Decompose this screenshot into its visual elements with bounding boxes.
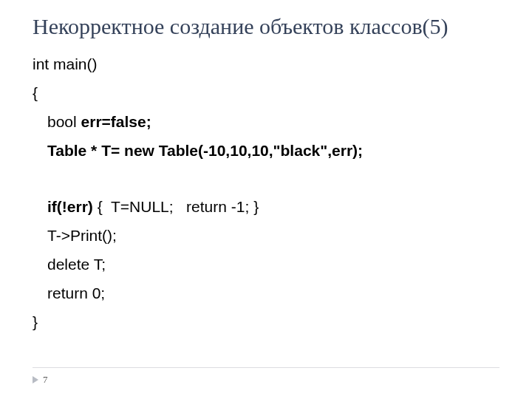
slide: Некорректное создание объектов классов(5…: [0, 0, 532, 399]
code-line: {: [33, 79, 499, 108]
blank-line: [33, 165, 499, 193]
code-text: { T=NULL; return -1; }: [98, 198, 259, 215]
footer: 7: [33, 367, 499, 386]
code-text-bold: err=false;: [81, 113, 151, 130]
code-line: int main(): [33, 50, 499, 79]
code-line: Table * T= new Table(-10,10,10,"black",e…: [33, 137, 499, 166]
code-text-bold: if(!err): [47, 198, 98, 215]
page-number: 7: [43, 374, 48, 386]
code-line: bool err=false;: [33, 108, 499, 137]
code-line: T->Print();: [33, 222, 499, 250]
arrow-icon: [33, 376, 38, 383]
code-line: if(!err) { T=NULL; return -1; }: [33, 193, 499, 222]
code-line: return 0;: [33, 279, 499, 308]
code-text-bold: Table * T= new Table(-10,10,10,"black",e…: [47, 142, 363, 159]
code-text: bool: [47, 113, 81, 130]
code-block: int main() { bool err=false; Table * T= …: [33, 50, 499, 337]
code-line: delete T;: [33, 250, 499, 279]
code-line: }: [33, 308, 499, 337]
slide-title: Некорректное создание объектов классов(5…: [33, 13, 499, 40]
